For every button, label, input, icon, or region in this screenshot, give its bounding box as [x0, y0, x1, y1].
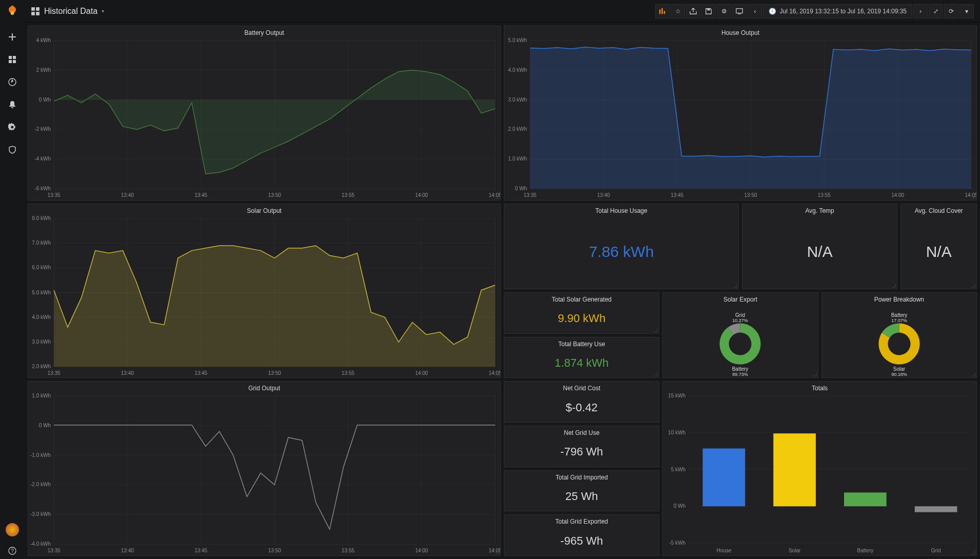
help-icon[interactable]: ?: [4, 543, 21, 559]
svg-text:13:45: 13:45: [194, 548, 207, 553]
svg-text:13:55: 13:55: [818, 192, 831, 198]
svg-text:13:35: 13:35: [47, 192, 60, 198]
svg-text:13:40: 13:40: [121, 192, 134, 198]
svg-text:13:40: 13:40: [597, 192, 610, 198]
svg-text:-1.0 kWh: -1.0 kWh: [30, 452, 51, 458]
svg-text:90.18%: 90.18%: [891, 372, 907, 377]
panel-battery-output[interactable]: Battery Output -6 kWh-4 kWh-2 kWh0 Wh2 k…: [28, 26, 501, 201]
panel-power-breakdown[interactable]: Power Breakdown Battery17.07%Solar90.18%: [821, 292, 977, 378]
svg-text:15 kWh: 15 kWh: [668, 393, 685, 398]
panel-net-grid-cost[interactable]: Net Grid Cost $-0.42: [504, 381, 659, 423]
panel-house-output[interactable]: House Output 0 Wh1.0 kWh2.0 kWh3.0 kWh4.…: [504, 26, 977, 201]
timerange-picker[interactable]: 🕘 Jul 16, 2019 13:32:15 to Jul 16, 2019 …: [763, 4, 912, 18]
svg-text:13:55: 13:55: [342, 548, 355, 553]
topbar: Historical Data ▾ + ☆ ⚙ ‹ 🕘 Jul 16, 2019…: [25, 0, 980, 23]
save-button[interactable]: [701, 4, 716, 18]
panel-solar-export[interactable]: Solar Export Grid10.27%Battery89.73%: [662, 292, 818, 378]
time-forward-button[interactable]: ›: [913, 4, 928, 18]
settings-button[interactable]: ⚙: [717, 4, 731, 18]
svg-text:3.0 kWh: 3.0 kWh: [508, 97, 527, 103]
svg-text:13:55: 13:55: [342, 192, 355, 198]
svg-text:1.0 kWh: 1.0 kWh: [32, 393, 51, 398]
svg-rect-3: [9, 60, 12, 63]
dashboard-icon: [31, 7, 40, 16]
svg-text:4.0 kWh: 4.0 kWh: [32, 314, 51, 320]
svg-text:17.07%: 17.07%: [891, 318, 907, 323]
svg-text:-2.0 kWh: -2.0 kWh: [30, 482, 51, 488]
svg-text:5.0 kWh: 5.0 kWh: [32, 289, 51, 295]
timerange-label: Jul 16, 2019 13:32:15 to Jul 16, 2019 14…: [779, 8, 907, 15]
svg-text:5 kWh: 5 kWh: [671, 467, 685, 472]
svg-text:13:40: 13:40: [121, 370, 134, 376]
explore-icon[interactable]: [4, 74, 21, 90]
svg-rect-8: [31, 7, 35, 11]
svg-text:10 kWh: 10 kWh: [668, 430, 685, 435]
panel-totals[interactable]: Totals -5 kWh0 Wh5 kWh10 kWh15 kWhHouseS…: [662, 381, 977, 556]
svg-text:Grid: Grid: [931, 548, 941, 553]
svg-text:0 Wh: 0 Wh: [39, 423, 51, 428]
svg-text:3.0 kWh: 3.0 kWh: [32, 338, 51, 344]
svg-rect-11: [36, 12, 40, 15]
svg-text:2.0 kWh: 2.0 kWh: [32, 364, 51, 369]
svg-rect-9: [36, 7, 40, 11]
svg-rect-14: [664, 11, 665, 14]
panel-net-grid-use[interactable]: Net Grid Use -796 Wh: [504, 426, 659, 467]
svg-text:-4 kWh: -4 kWh: [34, 156, 51, 162]
avatar[interactable]: [6, 523, 19, 536]
panel-total-grid-imported[interactable]: Total Grid Imported 25 Wh: [504, 470, 659, 512]
svg-text:-2 kWh: -2 kWh: [34, 126, 51, 132]
time-back-button[interactable]: ‹: [748, 4, 762, 18]
svg-text:13:45: 13:45: [194, 370, 207, 376]
svg-text:13:50: 13:50: [744, 192, 757, 198]
svg-text:10.27%: 10.27%: [733, 318, 749, 323]
svg-text:13:45: 13:45: [194, 192, 207, 198]
svg-rect-10: [31, 12, 35, 15]
panel-solar-output[interactable]: Solar Output 2.0 kWh3.0 kWh4.0 kWh5.0 kW…: [28, 204, 501, 378]
svg-rect-144: [774, 434, 816, 507]
add-panel-button[interactable]: +: [655, 4, 670, 18]
grafana-logo[interactable]: [5, 4, 19, 18]
svg-text:Battery: Battery: [891, 312, 907, 318]
panel-total-grid-exported[interactable]: Total Grid Exported -965 Wh: [504, 514, 659, 556]
panel-grid-output[interactable]: Grid Output -4.0 kWh-3.0 kWh-2.0 kWh-1.0…: [28, 381, 501, 556]
panel-avg-temp[interactable]: Avg. Temp N/A: [742, 204, 897, 289]
svg-text:8.0 kWh: 8.0 kWh: [32, 215, 51, 221]
refresh-button[interactable]: ⟳: [944, 4, 958, 18]
share-button[interactable]: [686, 4, 700, 18]
svg-text:0 Wh: 0 Wh: [674, 504, 685, 509]
svg-text:House: House: [717, 548, 732, 553]
svg-text:5.0 kWh: 5.0 kWh: [508, 37, 527, 43]
svg-rect-1: [9, 56, 12, 59]
column-grid-stats: Net Grid Cost $-0.42 Net Grid Use -796 W…: [504, 381, 659, 556]
svg-text:14:00: 14:00: [415, 370, 428, 376]
svg-text:-3.0 kWh: -3.0 kWh: [30, 512, 51, 517]
svg-text:Solar: Solar: [789, 548, 801, 553]
bell-icon[interactable]: [4, 96, 21, 113]
svg-rect-2: [13, 56, 16, 59]
svg-text:7.0 kWh: 7.0 kWh: [32, 240, 51, 246]
svg-text:6.0 kWh: 6.0 kWh: [32, 265, 51, 270]
svg-text:Grid: Grid: [735, 312, 745, 318]
chevron-down-icon[interactable]: ▾: [102, 8, 104, 14]
panel-total-battery[interactable]: Total Battery Use 1.874 kWh: [504, 337, 659, 378]
svg-rect-4: [13, 60, 16, 63]
svg-text:14:00: 14:00: [415, 192, 428, 198]
star-button[interactable]: ☆: [671, 4, 685, 18]
shield-icon[interactable]: [4, 142, 21, 158]
svg-text:2 kWh: 2 kWh: [36, 67, 51, 73]
zoom-out-button[interactable]: ⤢: [929, 4, 943, 18]
svg-text:4.0 kWh: 4.0 kWh: [508, 67, 527, 73]
tv-mode-button[interactable]: [732, 4, 747, 18]
page-title[interactable]: Historical Data: [44, 7, 97, 16]
dashboard-icon[interactable]: [4, 51, 21, 68]
panel-total-solar[interactable]: Total Solar Generated 9.90 kWh: [504, 292, 659, 334]
svg-text:13:40: 13:40: [121, 548, 134, 553]
svg-text:13:35: 13:35: [47, 370, 60, 376]
svg-text:13:35: 13:35: [523, 192, 536, 198]
svg-text:1.0 kWh: 1.0 kWh: [508, 156, 527, 162]
refresh-menu-button[interactable]: ▾: [959, 4, 974, 18]
gear-icon[interactable]: [4, 119, 21, 135]
plus-icon[interactable]: [4, 29, 21, 45]
panel-avg-cloud-cover[interactable]: Avg. Cloud Cover N/A: [900, 204, 977, 289]
panel-total-house-usage[interactable]: Total House Usage 7.86 kWh: [504, 204, 739, 289]
